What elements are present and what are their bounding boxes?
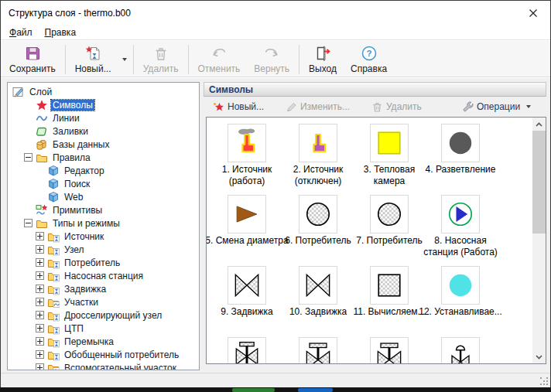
- collapse-minus-icon[interactable]: [24, 153, 33, 162]
- tree-item-label: Перемычка: [63, 336, 115, 347]
- vertical-scrollbar[interactable]: [532, 118, 546, 363]
- scroll-up-button[interactable]: [532, 118, 546, 131]
- tree-item-2[interactable]: Линии: [8, 111, 199, 124]
- expand-plus-icon[interactable]: [36, 232, 44, 240]
- toolbar-button-save[interactable]: Сохранить: [2, 43, 63, 77]
- trash-icon: [371, 101, 383, 113]
- symbol-item-7[interactable]: 7. Потребитель: [354, 195, 425, 266]
- tree-item-15[interactable]: Задвижка: [8, 282, 199, 295]
- tree-item-5[interactable]: Правила: [8, 151, 199, 164]
- tree-item-label: ЦТП: [63, 323, 85, 334]
- toolbar-button-help[interactable]: ?Справка: [344, 43, 394, 77]
- symbol-item-10[interactable]: 10. Задвижка: [282, 266, 354, 337]
- tree-item-6[interactable]: Редактор: [8, 164, 199, 177]
- tree-item-3[interactable]: Заливки: [8, 124, 199, 138]
- symbols-panel-header: Символы: [204, 82, 546, 97]
- symbols-toolbar-button-wrench[interactable]: Операции: [459, 100, 534, 114]
- symbol-item-11[interactable]: 11. Вычисляем...: [354, 266, 425, 337]
- menu-item-file[interactable]: Файл: [3, 26, 39, 39]
- expand-plus-icon[interactable]: [36, 311, 44, 319]
- square-icon: [372, 126, 406, 160]
- tree-item-7[interactable]: Поиск: [8, 177, 199, 190]
- database-icon: [36, 138, 48, 151]
- expand-plus-icon[interactable]: [36, 285, 44, 293]
- tree-item-20[interactable]: Обобщенный потребитель: [8, 348, 199, 361]
- exit-icon: [314, 45, 331, 62]
- tree-item-11[interactable]: Источник: [8, 230, 199, 243]
- symbol-item-16[interactable]: [425, 337, 496, 363]
- layer-structure-window: Структура слоя - thermo.b00 ФайлПравка С…: [0, 0, 551, 387]
- tree-item-19[interactable]: Перемычка: [8, 335, 199, 348]
- tree-item-18[interactable]: ЦТП: [8, 322, 199, 335]
- expand-plus-icon[interactable]: [36, 245, 44, 254]
- symbol-item-5[interactable]: 5. Смена диаметра: [211, 195, 282, 266]
- expand-plus-icon[interactable]: [36, 363, 44, 370]
- expand-plus-icon[interactable]: [36, 324, 44, 332]
- tree-item-label: Источник: [63, 231, 105, 242]
- tree-item-label: Обобщенный потребитель: [63, 349, 180, 360]
- symbol-item-8[interactable]: 8. Насосная станция (Работа): [425, 195, 496, 266]
- tree-item-21[interactable]: Вспомогательный участок: [8, 361, 199, 370]
- folder-hourglass-icon: [47, 270, 60, 282]
- expand-plus-icon[interactable]: [36, 258, 44, 267]
- screenshot-stage: Структура слоя - thermo.b00 ФайлПравка С…: [0, 0, 551, 392]
- symbol-item-2[interactable]: 2. Источник (отключен): [282, 124, 354, 195]
- expand-plus-icon[interactable]: [36, 350, 44, 359]
- symbol-item-14[interactable]: [282, 337, 354, 363]
- tree-item-label: Вспомогательный участок: [63, 363, 178, 371]
- tree-item-8[interactable]: Web: [8, 190, 199, 203]
- symbol-item-9[interactable]: 9. Задвижка: [211, 266, 282, 337]
- resize-grip[interactable]: [540, 377, 542, 379]
- folder-hourglass-icon: [47, 349, 60, 361]
- tree-item-10[interactable]: Типы и режимы: [8, 216, 199, 230]
- triangle-icon: [230, 197, 264, 231]
- toolbar-button-exit[interactable]: Выход: [302, 43, 344, 77]
- symbol-label: 12. Устанавливае...: [419, 306, 502, 318]
- expand-plus-icon[interactable]: [36, 337, 44, 346]
- close-icon: [529, 9, 538, 18]
- collapse-minus-icon[interactable]: [24, 219, 33, 227]
- toolbar-button-new[interactable]: Новый...: [68, 43, 118, 77]
- symbol-item-6[interactable]: 6. Потребитель: [282, 195, 354, 266]
- tree-item-16[interactable]: Участки: [8, 295, 199, 308]
- tree-item-0[interactable]: Слой: [8, 85, 199, 98]
- new-icon: [84, 45, 101, 62]
- pump-running-icon: [443, 197, 477, 231]
- valve-t-icon: [301, 339, 335, 363]
- toolbar-new-dropdown[interactable]: [118, 43, 131, 77]
- expand-plus-icon[interactable]: [36, 298, 44, 306]
- tree-item-14[interactable]: Насосная станция: [8, 269, 199, 282]
- status-bar: [1, 373, 550, 387]
- menu-item-edit[interactable]: Правка: [39, 26, 83, 39]
- tree-item-label: Базы данных: [51, 139, 111, 150]
- scrollbar-thumb[interactable]: [532, 131, 546, 233]
- tree-item-17[interactable]: Дросселирующий узел: [8, 308, 199, 322]
- symbol-item-13[interactable]: [211, 337, 282, 363]
- symbols-list-box: 1. Источник (работа)2. Источник (отключе…: [206, 117, 546, 364]
- fill-icon: [36, 125, 48, 138]
- wrench-icon: [462, 101, 474, 113]
- folder-wave-icon: [47, 362, 60, 371]
- symbol-item-15[interactable]: [354, 337, 425, 363]
- symbol-item-3[interactable]: 3. Тепловая камера: [354, 124, 425, 195]
- toolbar-separator: [299, 45, 299, 74]
- expand-plus-icon[interactable]: [36, 271, 44, 280]
- tree-item-12[interactable]: Узел: [8, 243, 199, 256]
- caret-down-icon: [526, 105, 531, 108]
- tree-item-13[interactable]: Потребитель: [8, 256, 199, 269]
- symbols-panel: Символы Новый...Изменить...УдалитьОперац…: [204, 82, 546, 370]
- tree-item-9[interactable]: Примитивы: [8, 203, 199, 216]
- undo-icon: [210, 45, 228, 62]
- close-button[interactable]: [515, 1, 550, 25]
- tree-item-label: Типы и режимы: [51, 218, 121, 229]
- valve-icon: [230, 268, 264, 302]
- scroll-down-button[interactable]: [532, 350, 546, 363]
- desktop-background: [0, 387, 551, 392]
- tree-item-4[interactable]: Базы данных: [8, 138, 199, 151]
- symbol-item-1[interactable]: 1. Источник (работа): [211, 124, 282, 195]
- symbols-toolbar-button-new-star[interactable]: Новый...: [210, 100, 267, 114]
- main-toolbar: СохранитьНовый...УдалитьОтменитьВернутьВ…: [1, 41, 550, 77]
- symbol-item-4[interactable]: 4. Разветвление: [425, 124, 496, 195]
- tree-item-1[interactable]: Символы: [8, 98, 199, 111]
- symbol-item-12[interactable]: 12. Устанавливае...: [425, 266, 496, 337]
